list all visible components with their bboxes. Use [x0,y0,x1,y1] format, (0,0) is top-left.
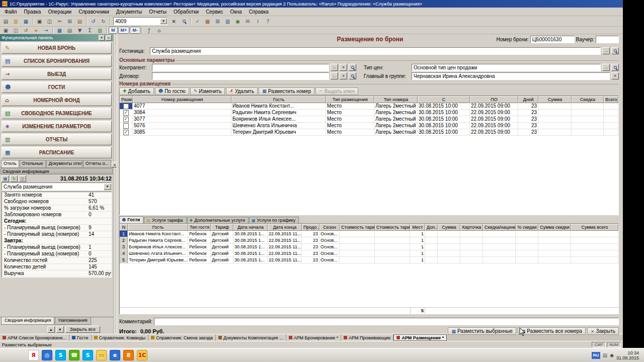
column-header[interactable]: ПО [470,96,518,103]
tariff-cost-cell[interactable] [340,257,375,263]
guests-button[interactable]: ☻ ГОСТИ [2,81,112,93]
discount-pct-cell[interactable] [516,244,538,250]
seats-cell[interactable]: 1 [410,250,425,257]
calendar-icon[interactable]: ▦ [203,17,212,26]
discount-pct-cell[interactable] [516,250,538,257]
save-icon[interactable]: ▦ [21,17,31,26]
tariff-cell[interactable]: Детский [211,250,233,257]
discount-sum-cell[interactable] [538,257,571,263]
place-selected-button[interactable]: ▦ Разместить выбранные [448,327,516,335]
row-number-cell[interactable]: 5 [120,257,128,263]
menu-item[interactable]: Окна [226,8,245,16]
phone-icon[interactable]: ☎ [69,350,79,360]
delete-button[interactable]: ✗ Удалить [226,87,258,95]
guest-cell[interactable]: Радыгин Никита Сергеевич [231,110,326,116]
redo-icon[interactable]: ↻ [99,17,108,26]
date-end-cell[interactable]: 22.09.2015 11... [268,257,302,263]
issue-key-button[interactable]: ⌐ Выдать ключ [315,87,358,95]
tariff-cell[interactable]: Детский [211,237,233,244]
room-row[interactable]: ✓ 4077 Иванов Никита Констант... Место Л… [120,103,618,110]
group-head-field[interactable]: Чернавская Ирина Александровна [412,72,610,80]
menu-item[interactable]: Файл [1,8,21,16]
column-header[interactable]: Мест [410,224,425,231]
date-end-cell[interactable]: 22.09.2015 11... [268,244,302,250]
room-number-cell[interactable]: 3085 [133,129,231,136]
discount-markup-cell[interactable] [483,244,516,250]
discount-markup-cell[interactable] [483,257,516,263]
clear-icon[interactable]: × [611,72,619,79]
column-header[interactable]: Тип номера [374,96,418,103]
seats-cell[interactable]: 1 [410,244,425,250]
show-table-icon[interactable]: ▥ [223,17,232,26]
guest-cell[interactable]: Радыгин Никита Сергеев... [128,237,188,244]
link-icon[interactable]: → [41,27,51,34]
sum-cell[interactable] [438,231,460,237]
tariff-cost-cell[interactable] [340,231,375,237]
column-header[interactable]: Дата конца [268,224,302,231]
discount-cell[interactable] [572,103,604,110]
date-from-cell[interactable]: 30.08.2015 10:00 [418,110,470,116]
price-type-field[interactable]: Основной тип цен продажи [412,64,601,71]
discount-cell[interactable] [572,116,604,123]
duration-cell[interactable]: 23 [302,257,319,263]
discount-sum-cell[interactable] [538,231,571,237]
formula-icon[interactable]: ƒ [144,27,154,34]
clear-icon[interactable]: × [340,64,347,71]
tab-hotel-docs[interactable]: Документы отеля [46,160,83,167]
tab-hotel-reports[interactable]: Отчеты о... [83,160,111,167]
column-header[interactable]: Стоимость тариф... [375,224,410,231]
row-number-cell[interactable]: 2 [120,237,128,244]
room-number-cell[interactable]: 5076 [133,123,231,129]
guest-row[interactable]: 5 Тетерин Дмитрий Юрьеви... Ребенок Детс… [120,257,618,263]
guest-type-cell[interactable]: Ребенок [188,250,211,257]
guest-row[interactable]: 3 Бояринков Илья Алексее... Ребенок Детс… [120,244,618,250]
contract-field[interactable] [152,72,329,80]
room-fund-button[interactable]: ⌂ НОМЕРНОЙ ФОНД [2,95,112,106]
search-icon[interactable] [611,47,619,54]
search-icon[interactable] [349,64,356,71]
days-cell[interactable]: 23 [518,116,538,123]
placement-type-cell[interactable]: Место [326,110,374,116]
date-to-cell[interactable]: 22.09.2015 09:00 [470,129,518,136]
tariff-cost2-cell[interactable] [375,257,410,263]
discount-sum-cell[interactable] [538,237,571,244]
total-cell[interactable] [604,116,618,123]
column-header[interactable]: Тип гостя [188,224,211,231]
print-icon[interactable]: ▣ [35,17,44,26]
ie-icon[interactable]: e [110,350,120,360]
search-icon[interactable] [349,72,356,79]
home-icon[interactable]: ⌂ [154,27,164,34]
browser-icon[interactable]: ◎ [42,350,52,360]
date-from-cell[interactable]: 30.08.2015 10:00 [418,123,470,129]
date-end-cell[interactable]: 22.09.2015 11... [268,250,302,257]
menu-item[interactable]: Сервис [202,8,226,16]
column-header[interactable]: Скидка/наценка [483,224,516,231]
column-header[interactable]: Карточка [460,224,483,231]
season-cell[interactable]: Основ... [319,231,340,237]
column-header[interactable]: Стоимость тарифа [340,224,375,231]
calculator-icon[interactable]: ⊞ [213,17,222,26]
column-header[interactable]: Сумма [438,224,460,231]
guest-cell[interactable]: Иванов Никита Констант... [231,103,326,110]
date-to-cell[interactable]: 22.09.2015 09:00 [470,116,518,123]
refresh-icon[interactable]: ↻ [10,175,18,182]
guest-cell[interactable]: Тетерин Дмитрий Юрьевич [231,129,326,136]
clear-icon[interactable]: × [340,72,347,79]
column-header[interactable]: Разм. [120,96,133,103]
days-cell[interactable]: 23 [518,123,538,129]
placement-type-cell[interactable]: Место [326,123,374,129]
skype-2-icon[interactable]: S [83,350,93,360]
placement-checkbox[interactable]: ✓ [123,130,129,135]
column-header[interactable]: Гость [231,96,326,103]
contractor-field[interactable] [152,64,329,71]
date-from-cell[interactable]: 30.08.2015 10:00 [418,116,470,123]
table-settings-icon[interactable]: ▦ [55,27,64,34]
tariff-cost-cell[interactable] [340,244,375,250]
placement-checkbox[interactable]: ✓ [123,123,129,129]
days-cell[interactable]: 23 [518,110,538,116]
clock[interactable]: 10:34 31.08.2015 [616,350,639,360]
column-header[interactable]: Дней [518,96,538,103]
column-header[interactable]: Доп... [425,224,438,231]
discount-cell[interactable] [572,110,604,116]
room-type-cell[interactable]: Лагерь 2местный [374,116,418,123]
